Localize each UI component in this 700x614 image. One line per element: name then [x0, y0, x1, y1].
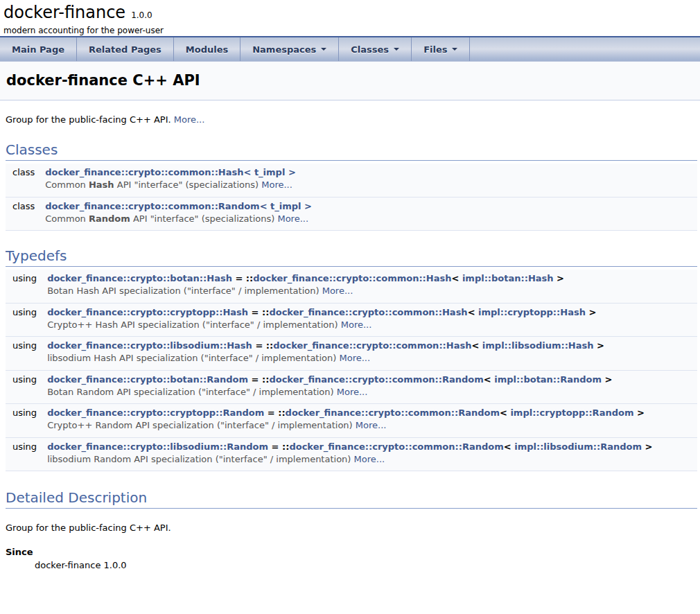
page-header: docker-finance C++ API	[0, 62, 700, 100]
more-link[interactable]: More...	[356, 420, 387, 430]
tab-namespaces[interactable]: Namespaces	[240, 37, 339, 61]
tab-related-pages[interactable]: Related Pages	[77, 37, 174, 61]
more-link[interactable]: More...	[341, 319, 372, 330]
desc-text: libsodium Random API specialization ("in…	[47, 454, 353, 464]
more-link[interactable]: More...	[322, 286, 353, 296]
member-declaration: docker_finance::crypto::cryptopp::Random…	[47, 404, 697, 419]
tab-classes-label: Classes	[351, 44, 389, 55]
table-row-desc: Crypto++ Hash API specialization ("inter…	[6, 318, 697, 334]
desc-text: libsodium Hash API specialization ("inte…	[47, 353, 339, 363]
target-link[interactable]: docker_finance::crypto::common::Random	[286, 407, 500, 418]
equals-text: = ::	[268, 441, 289, 452]
param-link[interactable]: impl::libsodium::Hash	[482, 340, 594, 351]
table-row-desc: Common Random API "interface" (specializ…	[6, 212, 697, 228]
typedef-link[interactable]: docker_finance::crypto::libsodium::Rando…	[47, 441, 268, 452]
detailed-description-text: Group for the public-facing C++ API.	[6, 523, 697, 533]
since-block: Since docker-finance 1.0.0	[6, 547, 697, 570]
more-link[interactable]: More...	[354, 454, 385, 464]
member-description: Botan Hash API specialization ("interfac…	[47, 284, 697, 300]
member-kind: using	[6, 303, 47, 318]
template-close: >	[554, 273, 564, 283]
typedef-link[interactable]: docker_finance::crypto::libsodium::Hash	[47, 340, 252, 351]
classes-heading: Classes	[6, 141, 697, 161]
more-link[interactable]: More...	[337, 387, 368, 397]
desc-text: Crypto++ Random API specialization ("int…	[47, 420, 356, 430]
member-declaration: docker_finance::crypto::botan::Random = …	[47, 370, 697, 385]
typedefs-heading: Typedefs	[6, 247, 697, 267]
class-link[interactable]: docker_finance::crypto::common::Random< …	[45, 201, 312, 211]
member-description: Common Random API "interface" (specializ…	[45, 212, 697, 228]
param-link[interactable]: impl::cryptopp::Random	[510, 407, 633, 418]
table-row-desc: Common Hash API "interface" (specializat…	[6, 178, 697, 194]
main-nav: Main Page Related Pages Modules Namespac…	[0, 36, 700, 62]
intro-text: Group for the public-facing C++ API.	[6, 114, 171, 125]
template-close: >	[586, 307, 596, 317]
since-label: Since	[6, 547, 697, 557]
template-close: >	[602, 374, 612, 385]
target-link[interactable]: docker_finance::crypto::common::Random	[289, 441, 503, 452]
member-kind: using	[6, 270, 47, 284]
member-declaration: docker_finance::crypto::libsodium::Rando…	[47, 437, 697, 453]
project-version: 1.0.0	[131, 10, 152, 20]
template-close: >	[633, 407, 644, 418]
member-description: Crypto++ Hash API specialization ("inter…	[47, 318, 697, 334]
more-link[interactable]: More...	[277, 213, 308, 224]
target-link[interactable]: docker_finance::crypto::common::Random	[269, 374, 483, 385]
tab-related-pages-label: Related Pages	[89, 44, 161, 55]
template-close: >	[594, 340, 604, 351]
param-link[interactable]: impl::cryptopp::Hash	[478, 307, 586, 317]
param-link[interactable]: impl::libsodium::Random	[514, 441, 642, 452]
table-row-desc: libsodium Hash API specialization ("inte…	[6, 351, 697, 367]
param-link[interactable]: impl::botan::Random	[494, 374, 602, 385]
tab-files[interactable]: Files	[412, 37, 470, 61]
target-link[interactable]: docker_finance::crypto::common::Hash	[269, 307, 467, 317]
equals-text: = ::	[252, 340, 273, 351]
typedef-link[interactable]: docker_finance::crypto::botan::Hash	[47, 273, 232, 283]
template-open: <	[468, 307, 478, 317]
typedef-link[interactable]: docker_finance::crypto::botan::Random	[47, 374, 248, 385]
typedef-link[interactable]: docker_finance::crypto::cryptopp::Hash	[47, 307, 248, 317]
tab-main-page[interactable]: Main Page	[0, 37, 77, 61]
detailed-description-heading: Detailed Description	[6, 489, 697, 509]
member-declaration: docker_finance::crypto::botan::Hash = ::…	[47, 270, 697, 284]
since-value: docker-finance 1.0.0	[35, 560, 697, 570]
table-row: using docker_finance::crypto::botan::Has…	[6, 270, 697, 284]
template-open: <	[504, 441, 514, 452]
template-open: <	[500, 407, 510, 418]
title-area: docker-finance1.0.0 modern accounting fo…	[0, 0, 700, 36]
template-open: <	[471, 340, 482, 351]
member-declaration: docker_finance::crypto::cryptopp::Hash =…	[47, 303, 697, 318]
member-kind: class	[6, 164, 45, 178]
contents: Group for the public-facing C++ API. Mor…	[0, 114, 700, 570]
typedef-link[interactable]: docker_finance::crypto::cryptopp::Random	[47, 407, 264, 418]
member-description: libsodium Random API specialization ("in…	[47, 453, 697, 468]
project-brief: modern accounting for the power-user	[3, 26, 700, 36]
more-link[interactable]: More...	[339, 353, 370, 363]
member-kind: using	[6, 337, 47, 352]
table-row-desc: Botan Hash API specialization ("interfac…	[6, 284, 697, 300]
member-description: Botan Random API specialization ("interf…	[47, 385, 697, 401]
intro-more-link[interactable]: More...	[174, 114, 205, 125]
project-name-text: docker-finance	[3, 3, 125, 22]
template-open: <	[451, 273, 462, 283]
equals-text: = ::	[232, 273, 253, 283]
tab-modules[interactable]: Modules	[174, 37, 240, 61]
desc-bold-text: Hash	[89, 179, 114, 190]
table-row-desc: libsodium Random API specialization ("in…	[6, 453, 697, 468]
equals-text: = ::	[248, 374, 269, 385]
tab-classes[interactable]: Classes	[339, 37, 412, 61]
nav-tablist: Main Page Related Pages Modules Namespac…	[0, 37, 700, 61]
member-description: Common Hash API "interface" (specializat…	[45, 178, 697, 194]
desc-text: Crypto++ Hash API specialization ("inter…	[47, 319, 341, 330]
detailed-description-section: Detailed Description Group for the publi…	[6, 489, 697, 570]
class-link[interactable]: docker_finance::crypto::common::Hash< t_…	[45, 167, 296, 177]
table-row: using docker_finance::crypto::libsodium:…	[6, 337, 697, 352]
page-title: docker-finance C++ API	[0, 62, 700, 89]
table-row: class docker_finance::crypto::common::Ha…	[6, 164, 697, 178]
member-description: Crypto++ Random API specialization ("int…	[47, 419, 697, 435]
param-link[interactable]: impl::botan::Hash	[462, 273, 554, 283]
more-link[interactable]: More...	[261, 179, 292, 190]
target-link[interactable]: docker_finance::crypto::common::Hash	[253, 273, 451, 283]
tab-modules-label: Modules	[186, 44, 228, 55]
target-link[interactable]: docker_finance::crypto::common::Hash	[273, 340, 471, 351]
